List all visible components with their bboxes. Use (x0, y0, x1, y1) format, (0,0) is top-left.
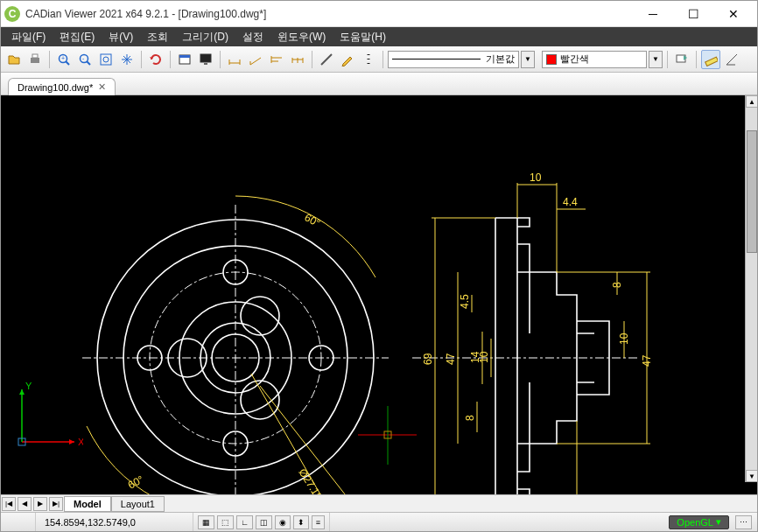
svg-line-17 (250, 58, 261, 65)
linestyle-dropdown[interactable]: ▼ (521, 51, 535, 68)
layout-tabbar: |◀ ◀ ▶ ▶| Model Layout1 (1, 494, 757, 512)
app-icon: C (4, 6, 20, 22)
svg-text:8: 8 (464, 415, 476, 421)
refresh-button[interactable] (146, 50, 165, 69)
svg-text:4.4: 4.4 (563, 196, 578, 208)
svg-text:Y: Y (25, 381, 32, 391)
dim-aligned-button[interactable] (246, 50, 265, 69)
color-dropdown[interactable]: ▼ (649, 51, 663, 68)
close-button[interactable]: ✕ (713, 1, 754, 27)
status-coords: 154.8594,132.5749,0 (36, 513, 193, 531)
drawing-canvas[interactable]: 60° 60° Ø27.19 Ø57.5 (1, 95, 757, 494)
menu-draw[interactable]: 그리기(D) (175, 27, 235, 46)
pan-button[interactable] (117, 50, 137, 69)
tab-close-icon[interactable]: ✕ (98, 81, 106, 93)
svg-line-3 (66, 61, 69, 65)
svg-text:60°: 60° (303, 211, 323, 229)
svg-rect-8 (101, 54, 111, 65)
document-tabbar: Drawing100.dwg* ✕ (1, 73, 757, 95)
layout-tab-layout1[interactable]: Layout1 (111, 496, 165, 512)
dim-baseline-button[interactable] (267, 50, 286, 69)
scroll-thumb[interactable] (747, 130, 757, 253)
status-toggle-1[interactable]: ▦ (198, 515, 214, 529)
menu-help[interactable]: 도움말(H) (333, 27, 393, 46)
window-title: CADian Viewer 2021 x64 9.2.1 - [Drawing1… (25, 8, 633, 20)
svg-rect-12 (200, 54, 211, 62)
zoom-out-button[interactable]: - (75, 50, 95, 69)
svg-rect-1 (32, 54, 38, 58)
nav-first-button[interactable]: |◀ (2, 497, 16, 511)
window-button[interactable] (175, 50, 194, 69)
status-toggle-6[interactable]: ⬍ (293, 515, 309, 529)
distance-button[interactable] (317, 50, 336, 69)
layout-tab-model[interactable]: Model (64, 496, 111, 512)
linestyle-label: 기본값 (486, 52, 515, 66)
linestyle-combo[interactable]: 기본값 (388, 51, 519, 68)
menu-file[interactable]: 파일(F) (4, 27, 53, 46)
svg-text:10: 10 (530, 172, 542, 184)
print-button[interactable] (25, 50, 45, 69)
status-toggle-7[interactable]: ≡ (312, 515, 325, 529)
toolbar: + - ▬▬▬ 기본값 ▼ 빨간색 ▼ (1, 46, 757, 73)
open-button[interactable] (4, 50, 24, 69)
linestyle-preview (392, 59, 481, 60)
maximize-button[interactable]: ☐ (673, 1, 713, 27)
svg-rect-11 (179, 55, 190, 58)
svg-text:47: 47 (445, 353, 457, 365)
svg-line-49 (251, 374, 327, 494)
svg-text:X: X (78, 437, 83, 447)
measure-button[interactable] (701, 50, 720, 69)
document-tab[interactable]: Drawing100.dwg* ✕ (8, 78, 116, 95)
status-toggle-3[interactable]: ∟ (236, 515, 253, 529)
angle-button[interactable] (722, 50, 741, 69)
svg-rect-0 (31, 58, 39, 63)
menu-window[interactable]: 윈도우(W) (270, 27, 333, 46)
svg-point-9 (103, 57, 109, 62)
color-swatch (546, 54, 557, 65)
svg-rect-13 (204, 63, 207, 65)
menu-edit[interactable]: 편집(E) (53, 27, 102, 46)
svg-text:60°: 60° (126, 473, 146, 492)
layer-button[interactable] (672, 50, 691, 69)
render-engine-button[interactable]: OpenGL ▾ (669, 515, 729, 529)
svg-rect-28 (705, 57, 718, 66)
menu-query[interactable]: 조회 (140, 27, 175, 46)
svg-text:69: 69 (422, 353, 434, 365)
svg-text:10: 10 (618, 332, 630, 345)
svg-text:4.5: 4.5 (459, 294, 471, 309)
minimize-button[interactable]: ─ (633, 1, 673, 27)
svg-line-6 (87, 61, 90, 65)
vertical-scrollbar[interactable]: ▲ ▼ (745, 95, 757, 482)
status-toggle-4[interactable]: ◫ (256, 515, 272, 529)
menubar: 파일(F) 편집(E) 뷰(V) 조회 그리기(D) 설정 윈도우(W) 도움말… (1, 27, 757, 46)
svg-text:-: - (82, 55, 85, 61)
color-combo[interactable]: 빨간색 (542, 51, 647, 68)
svg-text:10: 10 (478, 351, 490, 363)
nav-last-button[interactable]: ▶| (49, 497, 63, 511)
status-toggle-5[interactable]: ◉ (275, 515, 291, 529)
monitor-button[interactable] (196, 50, 215, 69)
menu-settings[interactable]: 설정 (235, 27, 270, 46)
ucs-indicator: X Y (13, 381, 83, 451)
status-toggle-2[interactable]: ⬚ (217, 515, 234, 529)
svg-text:8: 8 (611, 282, 623, 288)
menu-view[interactable]: 뷰(V) (102, 27, 140, 46)
svg-text:47: 47 (641, 354, 653, 367)
zoom-extents-button[interactable] (96, 50, 116, 69)
titlebar: C CADian Viewer 2021 x64 9.2.1 - [Drawin… (1, 1, 757, 27)
nav-prev-button[interactable]: ◀ (18, 497, 32, 511)
scroll-up-button[interactable]: ▲ (746, 95, 757, 108)
dim-linear-button[interactable] (225, 50, 244, 69)
svg-line-26 (321, 54, 332, 65)
statusbar: 154.8594,132.5749,0 ▦ ⬚ ∟ ◫ ◉ ⬍ ≡ OpenGL… (1, 512, 757, 531)
dim-continue-button[interactable] (288, 50, 307, 69)
color-label: 빨간색 (560, 52, 589, 66)
tool-stack-button[interactable]: ▬▬▬ (359, 50, 378, 69)
document-tab-label: Drawing100.dwg* (18, 82, 93, 93)
nav-next-button[interactable]: ▶ (33, 497, 47, 511)
render-engine-label: OpenGL (677, 517, 713, 528)
status-config-button[interactable]: ⋯ (735, 515, 752, 529)
edit-button[interactable] (338, 50, 357, 69)
scroll-down-button[interactable]: ▼ (746, 470, 757, 482)
zoom-in-button[interactable]: + (54, 50, 74, 69)
